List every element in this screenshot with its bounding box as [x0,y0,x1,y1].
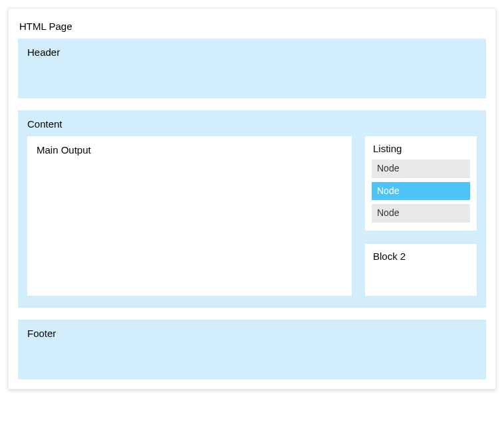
node-list: Node Node Node [372,160,470,223]
html-page-wireframe: HTML Page Header Content Main Output Lis… [8,8,496,389]
header-region: Header [18,39,486,98]
page-title: HTML Page [18,18,486,39]
content-label: Content [27,118,477,130]
list-item[interactable]: Node [372,204,470,223]
footer-label: Footer [27,328,477,339]
block-2-panel: Block 2 [365,244,477,296]
block-2-label: Block 2 [372,251,470,267]
content-body: Main Output Listing Node Node Node Block… [27,136,477,296]
listing-title: Listing [372,143,470,160]
side-column: Listing Node Node Node Block 2 [365,136,477,296]
main-output-label: Main Output [37,144,91,156]
header-label: Header [27,47,477,58]
footer-region: Footer [18,320,486,379]
listing-panel: Listing Node Node Node [365,136,477,231]
list-item[interactable]: Node [372,182,470,201]
content-region: Content Main Output Listing Node Node No… [18,110,486,308]
main-output-panel: Main Output [27,136,352,296]
list-item[interactable]: Node [372,160,470,178]
